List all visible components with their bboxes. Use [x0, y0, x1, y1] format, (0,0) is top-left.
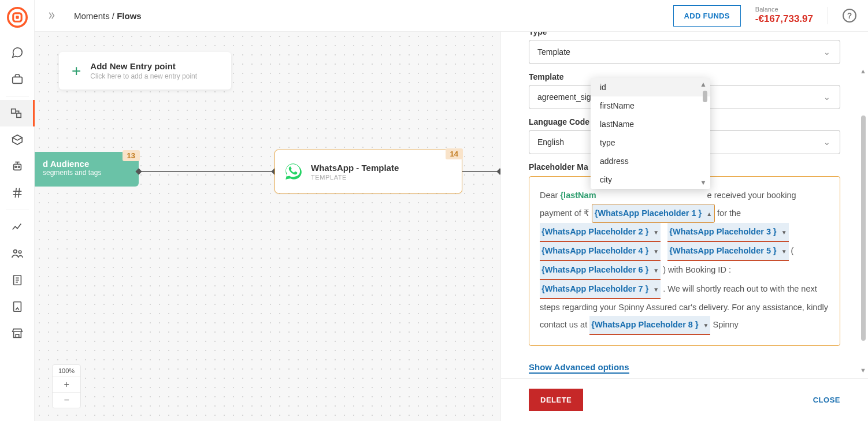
caret-down-icon: ▼: [653, 267, 659, 274]
svg-point-9: [13, 250, 16, 254]
nav-doc-icon[interactable]: [0, 267, 35, 293]
svg-rect-3: [12, 77, 22, 83]
nav-separator: [6, 210, 29, 210]
dropdown-item-type[interactable]: type: [591, 133, 710, 152]
placeholder-5[interactable]: {WhatsApp Placeholder 5 }▼: [667, 242, 788, 261]
nav-flag-icon[interactable]: [0, 293, 35, 320]
caret-down-icon: ▼: [653, 286, 659, 293]
breadcrumb-root: Moments: [74, 11, 110, 21]
whatsapp-icon: [283, 162, 303, 181]
add-entry-point-card[interactable]: + Add New Entry point Click here to add …: [59, 52, 231, 90]
nav-hash-icon[interactable]: [0, 180, 35, 206]
nav-store-icon[interactable]: [0, 320, 35, 347]
dropdown-item-lastname[interactable]: lastName: [591, 115, 710, 133]
close-button[interactable]: CLOSE: [813, 396, 840, 404]
placeholder-field-dropdown[interactable]: ▲ id firstName lastName type address cit…: [591, 78, 710, 189]
placeholder-3[interactable]: {WhatsApp Placeholder 3 }▼: [667, 223, 788, 242]
nav-chat-icon[interactable]: [0, 39, 35, 66]
chevron-down-icon: ⌄: [824, 137, 830, 147]
dropdown-item-address[interactable]: address: [591, 152, 710, 170]
nav-package-icon[interactable]: [0, 126, 35, 153]
whatsapp-template-node[interactable]: 14 WhatsApp - Template TEMPLATE: [275, 150, 462, 193]
caret-up-icon: ▲: [706, 211, 712, 217]
nav-people-icon[interactable]: [0, 240, 35, 267]
nav-flows-icon[interactable]: [0, 100, 35, 126]
divider: [828, 7, 828, 24]
placeholder-6[interactable]: {WhatsApp Placeholder 6 }▼: [540, 261, 661, 280]
svg-rect-5: [17, 113, 21, 117]
caret-down-icon: ▼: [653, 229, 659, 236]
placeholder-8[interactable]: {WhatsApp Placeholder 8 }▼: [589, 316, 710, 335]
caret-down-icon: ▼: [703, 322, 709, 329]
svg-rect-12: [13, 302, 21, 312]
panel-scrollbar-thumb[interactable]: [861, 116, 866, 341]
scroll-up-icon[interactable]: ▲: [700, 80, 707, 88]
dropdown-scrollbar-thumb[interactable]: [703, 91, 707, 102]
expand-icon[interactable]: [46, 10, 57, 21]
breadcrumb[interactable]: Moments / Flows: [74, 11, 142, 21]
svg-rect-2: [16, 16, 18, 18]
svg-point-7: [14, 166, 16, 168]
type-label: Type: [529, 32, 840, 36]
placeholder-mapping-box: Dear {lastNam e received your booking pa…: [529, 176, 840, 346]
type-select[interactable]: Template⌄: [529, 40, 840, 64]
panel-scroll-down-icon[interactable]: ▼: [860, 367, 866, 374]
svg-point-8: [18, 166, 20, 168]
balance-display: Balance -€167,733.97: [755, 6, 813, 25]
dropdown-item-city[interactable]: city: [591, 170, 710, 189]
plus-icon: +: [72, 62, 81, 80]
topbar: Moments / Flows ADD FUNDS Balance -€167,…: [35, 0, 868, 32]
breadcrumb-current: Flows: [117, 11, 142, 21]
show-advanced-options-link[interactable]: Show Advanced options: [529, 362, 629, 374]
zoom-percent: 100%: [53, 365, 80, 377]
placeholder-2[interactable]: {WhatsApp Placeholder 2 }▼: [540, 223, 661, 242]
caret-down-icon: ▼: [653, 248, 659, 255]
svg-point-10: [18, 251, 21, 254]
audience-node-subtitle: segments and tags: [43, 169, 131, 177]
panel-scroll-up-icon[interactable]: ▲: [860, 68, 866, 74]
nav-analytics-icon[interactable]: [0, 214, 35, 240]
nav-separator: [6, 96, 29, 96]
nav-briefcase-icon[interactable]: [0, 66, 35, 92]
connector-line: [139, 171, 275, 172]
nav-robot-icon[interactable]: [0, 153, 35, 180]
placeholder-lastname[interactable]: {lastNam: [560, 191, 596, 200]
placeholder-7[interactable]: {WhatsApp Placeholder 7 }▼: [540, 280, 661, 299]
chevron-down-icon: ⌄: [824, 47, 830, 57]
audience-node-title: d Audience: [43, 159, 131, 169]
entry-title: Add New Entry point: [90, 61, 197, 71]
placeholder-1[interactable]: {WhatsApp Placeholder 1 }▲: [592, 204, 715, 223]
chevron-down-icon: ⌄: [824, 92, 830, 102]
whatsapp-node-subtitle: TEMPLATE: [311, 174, 399, 181]
scroll-down-icon[interactable]: ▼: [700, 178, 707, 187]
zoom-out-button[interactable]: −: [53, 392, 80, 408]
delete-button[interactable]: DELETE: [529, 389, 583, 411]
whatsapp-badge: 14: [446, 148, 463, 159]
placeholder-4[interactable]: {WhatsApp Placeholder 4 }▼: [540, 242, 661, 261]
left-nav: [0, 0, 35, 421]
dropdown-item-firstname[interactable]: firstName: [591, 96, 710, 115]
balance-label: Balance: [755, 6, 813, 13]
flow-canvas[interactable]: + Add New Entry point Click here to add …: [35, 32, 500, 421]
add-funds-button[interactable]: ADD FUNDS: [673, 5, 741, 27]
caret-down-icon: ▼: [781, 248, 787, 255]
brand-logo: [7, 7, 28, 28]
audience-node[interactable]: 13 d Audience segments and tags: [35, 152, 139, 187]
zoom-in-button[interactable]: +: [53, 377, 80, 392]
side-panel: Type Template⌄ Template agreement_sig⌄ L…: [500, 32, 868, 421]
entry-subtitle: Click here to add a new entry point: [90, 72, 197, 80]
caret-down-icon: ▼: [781, 229, 787, 236]
audience-badge: 13: [123, 150, 140, 161]
zoom-controls: 100% + −: [52, 364, 81, 408]
dropdown-item-id[interactable]: id: [591, 78, 710, 96]
balance-value: -€167,733.97: [755, 13, 813, 25]
help-icon[interactable]: ?: [843, 9, 856, 23]
svg-rect-4: [12, 109, 16, 113]
connector-out-line: [462, 171, 500, 172]
panel-footer: DELETE CLOSE: [501, 378, 868, 421]
whatsapp-node-title: WhatsApp - Template: [311, 163, 399, 173]
